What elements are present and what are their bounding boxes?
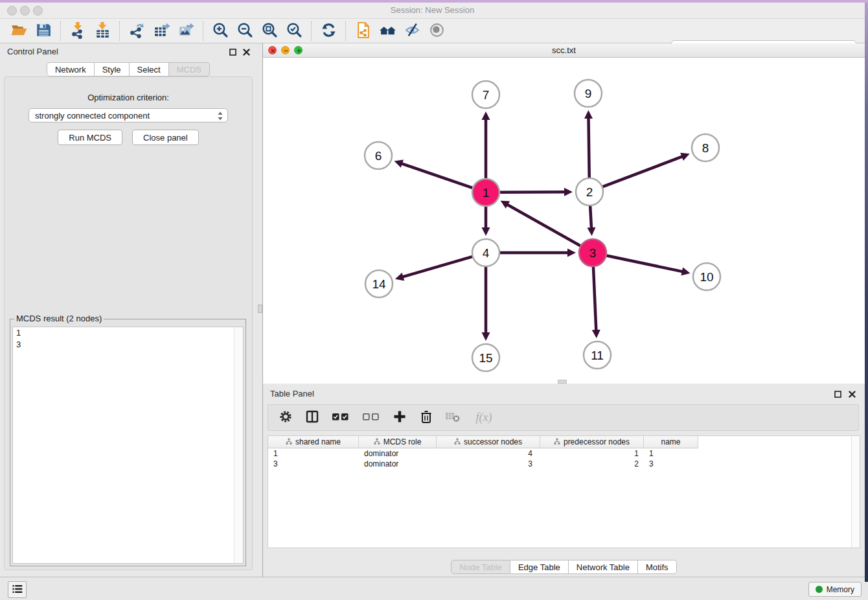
apply-layout-button[interactable] [316,21,341,41]
import-network-button[interactable] [65,21,90,41]
cell-predecessor-nodes: 2 [540,459,644,468]
column-header-label: shared name [295,437,341,446]
select-all-button[interactable] [331,410,350,426]
node-label-11: 11 [591,349,604,362]
memory-status-icon [816,586,823,593]
control-tab-mcds[interactable]: MCDS [169,62,210,76]
network-canvas[interactable]: 7968124314101511 [263,58,865,384]
control-panel-tabs: NetworkStyleSelectMCDS [0,62,257,76]
show-all-button[interactable] [424,21,449,41]
zoom-out-button[interactable] [233,21,257,41]
hide-selected-button[interactable] [400,21,424,41]
node-label-2: 2 [586,185,593,199]
memory-button[interactable]: Memory [808,582,862,597]
export-network-button[interactable] [124,21,149,41]
edge-4-14[interactable] [402,257,472,277]
gear-icon [279,410,293,426]
result-scrollbar[interactable] [234,327,243,563]
list-icon [12,584,23,595]
select-all-icon [332,411,350,424]
run-mcds-button[interactable]: Run MCDS [58,130,122,145]
network-window-titlebar[interactable]: scc.txt [263,43,865,58]
column-header-mcds-role[interactable]: MCDS role [359,436,437,448]
table-header-row: shared nameMCDS rolesuccessor nodesprede… [268,436,860,448]
column-header-predecessor-nodes[interactable]: predecessor nodes [540,436,644,448]
table-scrollbar[interactable] [851,436,860,548]
node-label-8: 8 [702,141,709,155]
edge-1-2[interactable] [500,192,565,192]
zoom-in-icon [212,21,229,41]
splitter-handle[interactable] [258,305,262,313]
open-session-button[interactable] [6,21,31,41]
hide-eye-icon [404,21,421,41]
zoom-fit-button[interactable] [257,21,282,41]
cell-successor-nodes: 3 [437,459,540,468]
float-table-panel-icon[interactable] [834,390,841,400]
edge-2-3[interactable] [590,206,591,229]
column-header-name[interactable]: name [644,436,698,448]
function-builder-button[interactable]: f(x) [472,410,496,426]
node-label-15: 15 [479,351,492,365]
toolbar-separator [311,21,312,41]
export-image-button[interactable] [174,21,198,41]
edge-3-11[interactable] [593,267,596,331]
fx-icon: f(x) [476,411,492,424]
table-settings-button[interactable] [278,410,293,426]
import-table-icon [94,21,111,41]
edge-arrow-2-3 [587,227,595,236]
delete-column-button[interactable] [418,410,434,426]
edge-3-1[interactable] [507,204,580,246]
edge-2-9[interactable] [588,117,589,178]
window-title: Session: New Session [0,5,865,15]
edge-arrow-1-6 [394,160,404,168]
save-session-button[interactable] [31,21,56,41]
float-panel-icon[interactable] [229,48,236,58]
criterion-select[interactable]: strongly connected component [29,108,228,122]
table-tab-edge-table[interactable]: Edge Table [510,560,569,574]
cell-mcds-role: dominator [359,459,437,468]
column-header-label: name [661,437,680,446]
unselect-all-button[interactable] [361,410,381,426]
edge-arrow-1-7 [482,111,490,120]
import-table-button[interactable] [90,21,115,41]
control-tab-network[interactable]: Network [47,62,95,76]
delete-table-button[interactable] [445,410,461,426]
close-table-panel-icon[interactable] [849,390,856,400]
node-label-14: 14 [372,277,386,291]
edge-arrow-4-15 [482,332,490,341]
vertical-splitter[interactable] [257,43,263,577]
first-neighbors-button[interactable] [375,21,400,41]
node-label-9: 9 [585,87,592,100]
add-column-button[interactable] [392,410,407,426]
control-tab-style[interactable]: Style [95,62,130,76]
new-network-button[interactable] [350,21,375,41]
export-table-button[interactable] [149,21,174,41]
show-eye-icon [428,21,446,41]
table-body: 1dominator4113dominator323 [268,448,860,469]
table-tab-motifs[interactable]: Motifs [638,560,677,574]
edge-3-10[interactable] [607,256,683,272]
control-tab-select[interactable]: Select [130,62,169,76]
table-tab-network-table[interactable]: Network Table [569,560,638,574]
zoom-selected-button[interactable] [282,21,306,41]
edge-2-8[interactable] [603,156,683,187]
zoom-in-button[interactable] [208,21,233,41]
task-history-button[interactable] [8,581,27,598]
edge-1-6[interactable] [401,163,472,188]
column-type-icon [454,437,461,446]
column-header-successor-nodes[interactable]: successor nodes [437,436,540,448]
table-row-2[interactable]: 3dominator323 [268,459,860,469]
mcds-result-list[interactable]: 13 [12,327,244,564]
node-table: shared nameMCDS rolesuccessor nodesprede… [268,435,860,548]
close-panel-button[interactable]: Close panel [132,130,199,145]
table-row-1[interactable]: 1dominator411 [268,448,860,459]
export-network-icon [128,21,146,41]
zoom-fit-icon [261,21,279,41]
control-panel: Control Panel NetworkStyleSelectMCDS Opt… [0,43,257,577]
close-panel-icon[interactable] [243,48,250,58]
edge-arrow-1-4 [482,227,490,236]
column-header-shared-name[interactable]: shared name [268,436,359,448]
show-columns-button[interactable] [304,410,320,426]
table-tab-node-table[interactable]: Node Table [451,560,510,574]
cell-name: 1 [644,449,698,458]
